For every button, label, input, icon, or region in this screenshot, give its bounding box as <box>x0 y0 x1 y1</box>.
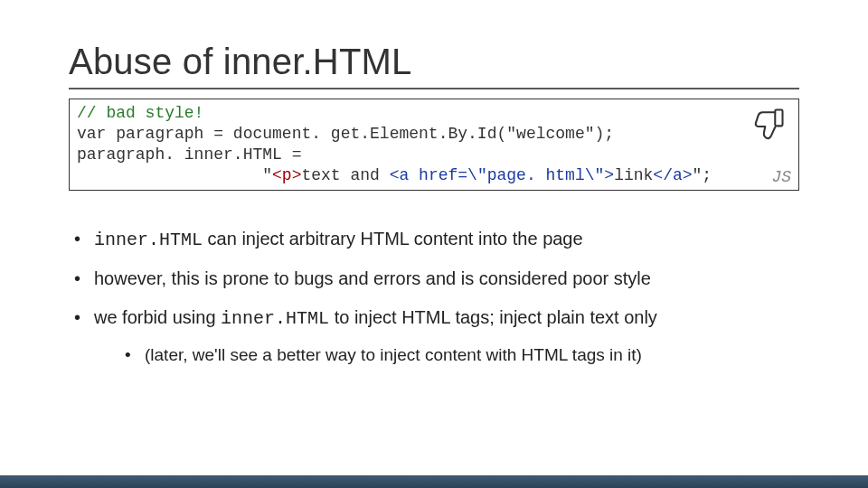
code-line-4-mid2: link <box>614 166 653 184</box>
thumbs-down-icon <box>748 105 788 148</box>
title-underline <box>69 88 799 89</box>
code-line-4-indent: " <box>77 166 272 184</box>
footer-accent-bar <box>0 475 868 488</box>
bullet-3-before: we forbid using <box>94 307 221 327</box>
svg-rect-0 <box>775 110 782 127</box>
code-tag-p-open: <p> <box>272 166 301 184</box>
bullet-3-sub-text: (later, we'll see a better way to inject… <box>145 345 642 364</box>
code-line-4-tail: "; <box>693 166 712 184</box>
code-content: // bad style! var paragraph = document. … <box>77 103 791 186</box>
bullet-1-code: inner.HTML <box>94 230 203 250</box>
bullet-2-text: however, this is prone to bugs and error… <box>94 268 651 288</box>
bullet-3-after: to inject HTML tags; inject plain text o… <box>329 307 657 327</box>
code-line-3: paragraph. inner.HTML = <box>77 145 301 164</box>
bullet-1-text: can inject arbitrary HTML content into t… <box>203 229 583 249</box>
slide: Abuse of inner.HTML // bad style! var pa… <box>0 0 868 488</box>
slide-title: Abuse of inner.HTML <box>69 42 799 82</box>
code-line-2: var paragraph = document. get.Element.By… <box>77 125 614 143</box>
code-line-4-mid1: text and <box>301 166 389 184</box>
bullet-list: inner.HTML can inject arbitrary HTML con… <box>69 229 799 365</box>
language-badge: JS <box>771 168 791 186</box>
code-tag-a-close: </a> <box>653 166 692 184</box>
bullet-3-sub: (later, we'll see a better way to inject… <box>94 345 799 365</box>
bullet-3-code: inner.HTML <box>221 308 329 329</box>
code-box: // bad style! var paragraph = document. … <box>69 99 799 191</box>
bullet-2: however, this is prone to bugs and error… <box>69 268 799 289</box>
bullet-3: we forbid using inner.HTML to inject HTM… <box>69 307 799 365</box>
bullet-1: inner.HTML can inject arbitrary HTML con… <box>69 229 799 250</box>
code-tag-a-open: <a href=\"page. html\"> <box>390 166 614 184</box>
code-comment: // bad style! <box>77 104 203 122</box>
